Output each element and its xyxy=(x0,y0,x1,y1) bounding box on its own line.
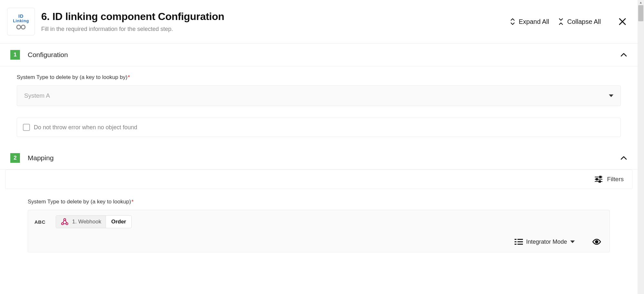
mapping-toolbar: Filters xyxy=(5,170,632,189)
filters-label: Filters xyxy=(607,176,624,183)
mapping-body: System Type to delete by (a key to looku… xyxy=(0,189,638,252)
chip-source: 1. Webhook xyxy=(56,216,106,228)
section-badge-2: 2 xyxy=(10,153,20,163)
mode-label: Integrator Mode xyxy=(526,239,567,245)
page-subtitle: Fill in the required information for the… xyxy=(41,26,510,33)
section-title-mapping: Mapping xyxy=(28,154,620,162)
collapse-all-label: Collapse All xyxy=(567,18,601,25)
system-type-select[interactable]: System A xyxy=(17,85,621,106)
no-error-checkbox-row[interactable]: Do not throw error when no object found xyxy=(17,118,621,137)
svg-rect-22 xyxy=(515,241,516,242)
integrator-mode-selector[interactable]: Integrator Mode xyxy=(515,239,575,245)
svg-marker-4 xyxy=(609,94,613,97)
vertical-scrollbar[interactable]: ▲ xyxy=(638,0,644,294)
mapping-field-value-row: ABC 1. Web xyxy=(33,214,604,230)
system-type-select-placeholder: System A xyxy=(24,92,50,99)
section-title-configuration: Configuration xyxy=(28,51,620,59)
svg-rect-24 xyxy=(515,244,516,245)
scrollbar-arrow-up-icon: ▲ xyxy=(639,1,643,5)
eye-icon xyxy=(592,239,601,245)
chip-value-label: Order xyxy=(106,216,131,228)
svg-rect-23 xyxy=(517,241,523,242)
collapse-all-button[interactable]: Collapse All xyxy=(558,18,601,25)
filters-icon xyxy=(595,176,602,183)
chevron-up-icon xyxy=(620,156,627,160)
preview-button[interactable] xyxy=(591,237,602,246)
svg-point-1 xyxy=(21,25,25,29)
svg-point-0 xyxy=(17,25,21,29)
panel-header: ID Linking 6. ID linking component Confi… xyxy=(0,0,638,44)
section-header-configuration[interactable]: 1 Configuration xyxy=(0,44,638,66)
page-title: 6. ID linking component Configuration xyxy=(41,11,510,23)
mode-icon xyxy=(515,239,523,245)
webhook-icon xyxy=(61,218,69,226)
section-body-configuration: System Type to delete by (a key to looku… xyxy=(0,66,638,147)
svg-rect-21 xyxy=(517,239,523,240)
required-asterisk: * xyxy=(128,74,130,81)
header-titles: 6. ID linking component Configuration Fi… xyxy=(41,11,510,33)
chip-step-label: 1. Webhook xyxy=(72,219,101,225)
expand-all-button[interactable]: Expand All xyxy=(510,18,549,25)
svg-marker-26 xyxy=(570,240,575,243)
scrollbar-thumb[interactable] xyxy=(638,5,643,21)
svg-rect-25 xyxy=(517,244,523,245)
no-error-checkbox[interactable] xyxy=(23,124,30,131)
dropdown-arrow-icon xyxy=(609,94,613,97)
chevron-up-icon xyxy=(620,53,627,57)
required-asterisk: * xyxy=(131,199,134,205)
expand-all-icon xyxy=(510,18,516,25)
system-type-delete-label: System Type to delete by (a key to looku… xyxy=(17,74,621,81)
close-button[interactable] xyxy=(616,15,629,28)
expand-all-label: Expand All xyxy=(519,18,549,25)
mapping-value-chip[interactable]: 1. Webhook Order xyxy=(56,215,132,228)
collapse-all-icon xyxy=(558,18,564,25)
mapping-field-footer: Integrator Mode xyxy=(33,230,604,252)
svg-rect-20 xyxy=(515,239,516,240)
icon-linking-text: Linking xyxy=(13,19,29,23)
icon-id-text: ID xyxy=(18,14,24,18)
link-icon xyxy=(15,24,26,30)
filters-button[interactable]: Filters xyxy=(595,176,624,183)
header-actions: Expand All Collapse All xyxy=(510,15,629,28)
mapping-system-type-label: System Type to delete by (a key to looku… xyxy=(28,199,610,205)
close-icon xyxy=(618,17,627,26)
dropdown-arrow-icon xyxy=(570,240,575,243)
section-badge-1: 1 xyxy=(10,50,20,60)
component-icon-box: ID Linking xyxy=(7,8,35,35)
mapping-field-box[interactable]: ABC 1. Web xyxy=(28,210,610,252)
abc-type-indicator: ABC xyxy=(33,217,47,227)
section-header-mapping[interactable]: 2 Mapping xyxy=(0,147,638,170)
svg-point-27 xyxy=(595,240,598,243)
no-error-checkbox-label: Do not throw error when no object found xyxy=(34,124,137,131)
